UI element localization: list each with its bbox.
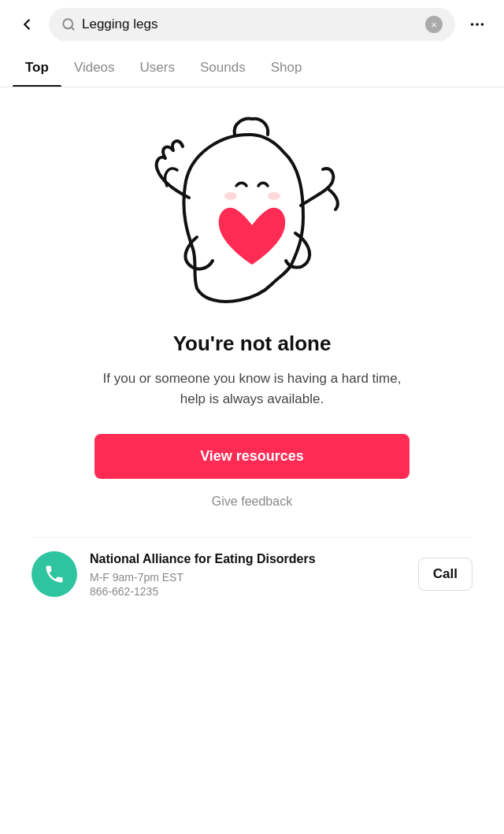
- search-bar: Legging legs ×: [49, 8, 455, 41]
- resource-name: National Alliance for Eating Disorders: [90, 550, 406, 568]
- main-content: You're not alone If you or someone you k…: [0, 87, 504, 642]
- wellness-illustration: [118, 111, 386, 316]
- svg-point-3: [476, 23, 479, 26]
- tab-users[interactable]: Users: [128, 49, 187, 87]
- tab-videos[interactable]: Videos: [61, 49, 128, 87]
- clear-search-button[interactable]: ×: [425, 16, 443, 33]
- more-options-button[interactable]: [463, 10, 491, 39]
- wellness-subtext: If you or someone you know is having a h…: [102, 369, 402, 409]
- svg-point-4: [481, 23, 484, 26]
- header: Legging legs ×: [0, 0, 504, 49]
- svg-point-5: [224, 192, 237, 200]
- tab-shop[interactable]: Shop: [258, 49, 315, 87]
- wellness-heading: You're not alone: [173, 332, 332, 356]
- svg-line-1: [71, 27, 73, 29]
- tab-top[interactable]: Top: [13, 49, 61, 87]
- call-button[interactable]: Call: [418, 558, 472, 591]
- resource-card: National Alliance for Eating Disorders M…: [32, 537, 472, 610]
- resource-hours: M-F 9am-7pm EST: [90, 571, 406, 584]
- search-query-text[interactable]: Legging legs: [82, 17, 419, 32]
- resource-info: National Alliance for Eating Disorders M…: [90, 550, 406, 598]
- svg-point-6: [268, 192, 280, 200]
- tab-sounds[interactable]: Sounds: [187, 49, 258, 87]
- search-icon: [61, 17, 76, 32]
- svg-point-2: [471, 23, 474, 26]
- resource-phone-number: 866-662-1235: [90, 585, 406, 598]
- tab-bar: Top Videos Users Sounds Shop: [0, 49, 504, 87]
- resource-phone-icon[interactable]: [32, 551, 77, 597]
- view-resources-button[interactable]: View resources: [94, 434, 410, 479]
- give-feedback-link[interactable]: Give feedback: [212, 495, 292, 509]
- back-button[interactable]: [13, 10, 41, 39]
